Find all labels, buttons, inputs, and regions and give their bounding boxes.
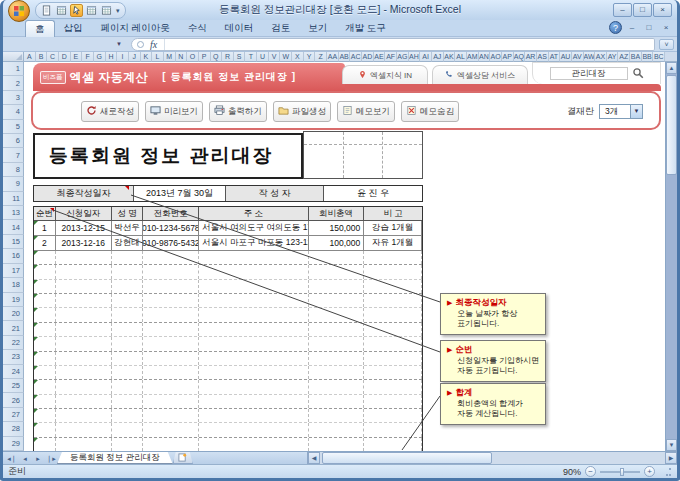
column-header[interactable]: L xyxy=(152,52,164,62)
row-header[interactable]: 27 xyxy=(3,408,24,422)
ribbon-tab-7[interactable]: 보기 xyxy=(299,20,336,37)
column-header[interactable]: B xyxy=(36,52,48,62)
table-cell[interactable] xyxy=(56,323,112,336)
column-header[interactable]: F xyxy=(82,52,94,62)
table-cell[interactable] xyxy=(56,352,112,365)
scroll-left-icon[interactable]: ◀ xyxy=(308,452,320,464)
column-header[interactable]: AN xyxy=(479,52,491,62)
search-input[interactable] xyxy=(550,67,628,80)
column-header[interactable]: N xyxy=(176,52,188,62)
worksheet[interactable]: 비즈폼 엑셀 자동계산 [ 등록회원 정보 관리대장 ] 엑셀지식 IN엑셀상담… xyxy=(24,62,665,451)
table-cell[interactable]: 서울시 마포구 마포동 123-12 xyxy=(199,236,308,251)
column-header[interactable]: AS xyxy=(537,52,549,62)
table-cell[interactable] xyxy=(364,438,422,451)
row-header[interactable]: 25 xyxy=(3,379,24,393)
column-header[interactable]: AH xyxy=(409,52,421,62)
row-header[interactable]: 19 xyxy=(3,293,24,307)
table-cell[interactable] xyxy=(56,337,112,350)
row-header[interactable]: 17 xyxy=(3,264,24,278)
column-header[interactable]: AP xyxy=(502,52,514,62)
table-row[interactable]: 22013-12-16강현태010-9876-5432서울시 마포구 마포동 1… xyxy=(34,236,422,251)
column-header[interactable]: J xyxy=(129,52,141,62)
table-cell[interactable] xyxy=(56,280,112,293)
table-cell[interactable] xyxy=(56,294,112,307)
table-row[interactable] xyxy=(34,438,422,451)
row-header[interactable]: 9 xyxy=(3,177,24,191)
table-row[interactable] xyxy=(34,352,422,366)
zoom-slider-thumb[interactable] xyxy=(620,468,624,476)
ribbon-tab-4[interactable]: 수식 xyxy=(179,20,216,37)
row-header[interactable]: 13 xyxy=(3,206,24,220)
column-header[interactable]: AY xyxy=(607,52,619,62)
table-cell[interactable] xyxy=(56,438,112,451)
출력하기-button[interactable]: 출력하기 xyxy=(209,101,267,122)
table-header-cell[interactable]: 비 고 xyxy=(364,207,422,221)
column-header[interactable]: AC xyxy=(350,52,362,62)
workbook-restore-button[interactable]: □ xyxy=(642,23,656,32)
row-header[interactable]: 15 xyxy=(3,235,24,249)
table-row[interactable] xyxy=(34,280,422,294)
service-tab-1[interactable]: 엑셀지식 IN xyxy=(342,65,428,84)
table-cell[interactable] xyxy=(112,380,144,393)
ribbon-tab-1[interactable]: 홈 xyxy=(25,20,55,37)
table-cell[interactable] xyxy=(364,409,422,422)
ribbon-tab-3[interactable]: 페이지 레이아웃 xyxy=(92,20,179,37)
column-header[interactable]: BA xyxy=(630,52,642,62)
column-header[interactable]: G xyxy=(94,52,106,62)
column-header[interactable]: AB xyxy=(339,52,351,62)
column-header[interactable]: AV xyxy=(572,52,584,62)
insert-worksheet-button[interactable] xyxy=(173,452,193,464)
table-cell[interactable] xyxy=(364,323,422,336)
table-cell[interactable] xyxy=(309,280,365,293)
table-cell[interactable] xyxy=(199,265,308,278)
table-cell[interactable]: 강현태 xyxy=(112,236,144,251)
table-cell[interactable] xyxy=(199,337,308,350)
next-sheet-button[interactable]: ▸ xyxy=(32,453,44,464)
row-header[interactable]: 3 xyxy=(3,91,24,105)
column-header[interactable]: X xyxy=(292,52,304,62)
row-header[interactable]: 20 xyxy=(3,307,24,321)
column-header[interactable]: AT xyxy=(549,52,561,62)
column-header[interactable]: AF xyxy=(385,52,397,62)
table-cell[interactable] xyxy=(143,323,199,336)
column-header[interactable]: U xyxy=(257,52,269,62)
table-cell[interactable] xyxy=(364,366,422,379)
zoom-in-button[interactable]: + xyxy=(644,466,655,477)
table-cell[interactable]: 2013-12-16 xyxy=(56,236,112,251)
table-cell[interactable] xyxy=(56,251,112,264)
table-cell[interactable] xyxy=(143,251,199,264)
column-header[interactable]: H xyxy=(106,52,118,62)
meta-row[interactable]: 최종작성일자 2013년 7월 30일 작 성 자 윤 진 우 xyxy=(33,185,423,202)
row-header[interactable]: 18 xyxy=(3,278,24,292)
column-header[interactable]: AR xyxy=(525,52,537,62)
table-cell[interactable] xyxy=(112,409,144,422)
select-all-corner[interactable] xyxy=(3,52,24,62)
scroll-up-icon[interactable]: ▲ xyxy=(666,62,677,74)
table-cell[interactable] xyxy=(112,395,144,408)
table-cell[interactable] xyxy=(112,337,144,350)
table-header-cell[interactable]: 전화번호 xyxy=(143,207,199,221)
column-header[interactable]: D xyxy=(59,52,71,62)
column-header[interactable]: W xyxy=(280,52,292,62)
column-header[interactable]: AO xyxy=(490,52,502,62)
column-header[interactable]: A xyxy=(24,52,36,62)
row-header[interactable]: 2 xyxy=(3,76,24,90)
table-cell[interactable]: 100,000 xyxy=(309,236,365,251)
table-cell[interactable] xyxy=(56,308,112,321)
table-cell[interactable] xyxy=(364,265,422,278)
column-header[interactable]: E xyxy=(71,52,83,62)
table-row[interactable] xyxy=(34,380,422,394)
column-header[interactable]: AD xyxy=(362,52,374,62)
table-cell[interactable] xyxy=(309,352,365,365)
table-row[interactable] xyxy=(34,308,422,322)
column-header[interactable]: AI xyxy=(420,52,432,62)
office-button[interactable] xyxy=(8,0,30,22)
table-cell[interactable]: 010-9876-5432 xyxy=(143,236,199,251)
column-header[interactable]: C xyxy=(47,52,59,62)
workbook-close-button[interactable]: × xyxy=(659,23,673,32)
table-cell[interactable]: 강습 1개월 xyxy=(364,221,422,236)
table-cell[interactable] xyxy=(309,423,365,436)
column-header[interactable]: P xyxy=(199,52,211,62)
row-header[interactable]: 8 xyxy=(3,163,24,177)
maximize-button[interactable]: □ xyxy=(633,3,652,17)
